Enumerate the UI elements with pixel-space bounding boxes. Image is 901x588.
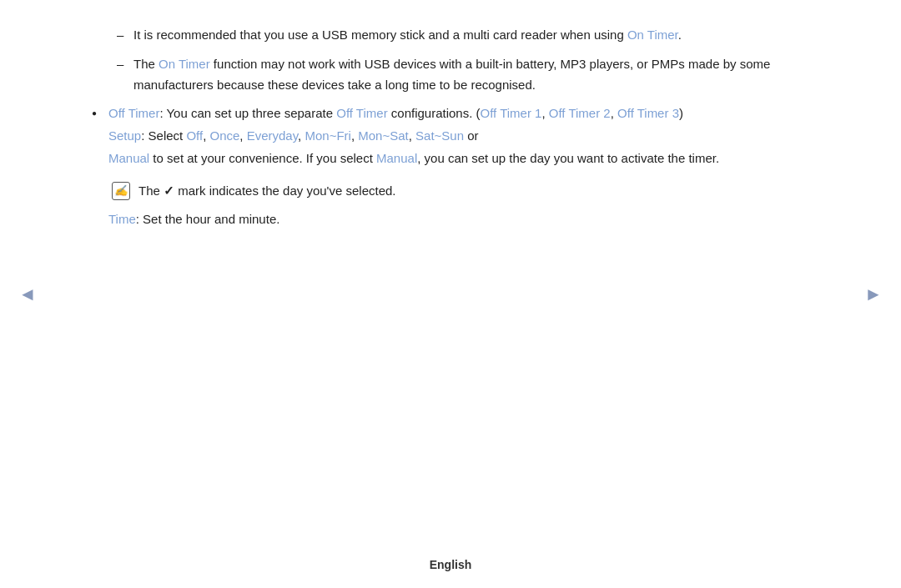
note-text-before: The xyxy=(138,183,164,198)
off-timer-1-link[interactable]: Off Timer 1 xyxy=(481,106,542,120)
satson-link[interactable]: Sat~Sun xyxy=(415,128,464,143)
everyday-link[interactable]: Everyday xyxy=(247,128,298,143)
note-text: The ✓ mark indicates the day you've sele… xyxy=(138,181,396,202)
page-container: It is recommended that you use a USB mem… xyxy=(0,0,901,588)
off-link[interactable]: Off xyxy=(186,128,203,143)
content-area: It is recommended that you use a USB mem… xyxy=(92,25,809,230)
main-bullet-item-off-timer: Off Timer: You can set up three separate… xyxy=(92,103,809,230)
monfri-link[interactable]: Mon~Fri xyxy=(305,128,350,143)
off-timer-comma2: , xyxy=(611,106,617,120)
on-timer-link-1[interactable]: On Timer xyxy=(627,28,678,42)
setup-text1: : Select xyxy=(141,128,186,143)
setup-comma2: , xyxy=(239,128,246,143)
sub-bullet-2-text-after: function may not work with USB devices w… xyxy=(133,57,770,92)
off-timer-block: Off Timer: You can set up three separate… xyxy=(108,103,809,230)
manual-link-2[interactable]: Manual xyxy=(376,151,417,165)
setup-text7: or xyxy=(464,128,479,143)
sub-bullet-2-text-before: The xyxy=(133,57,159,71)
setup-comma5: , xyxy=(409,128,415,143)
sub-bullet-item-2: The On Timer function may not work with … xyxy=(117,54,809,96)
manual-line: Manual to set at your convenience. If yo… xyxy=(108,148,809,169)
footer-language: English xyxy=(430,558,472,571)
off-timer-text1: : You can set up three separate xyxy=(159,106,336,120)
checkmark-symbol: ✓ xyxy=(164,183,174,198)
on-timer-link-2[interactable]: On Timer xyxy=(159,57,210,71)
note-icon: ✍ xyxy=(112,182,130,200)
off-timer-comma1: , xyxy=(541,106,548,120)
sub-bullet-item-1: It is recommended that you use a USB mem… xyxy=(117,25,809,46)
setup-comma4: , xyxy=(351,128,358,143)
note-icon-symbol: ✍ xyxy=(114,182,128,199)
manual-link-1[interactable]: Manual xyxy=(108,151,149,165)
off-timer-text2: configurations. ( xyxy=(388,106,481,120)
time-text: : Set the hour and minute. xyxy=(136,212,280,226)
off-timer-close-paren: ) xyxy=(679,106,683,120)
off-timer-link-2[interactable]: Off Timer xyxy=(336,106,387,120)
off-timer-link-main[interactable]: Off Timer xyxy=(108,106,159,120)
sub-bullet-list: It is recommended that you use a USB mem… xyxy=(117,25,809,95)
time-line: Time: Set the hour and minute. xyxy=(108,209,809,230)
footer: English xyxy=(0,558,901,571)
note-text-after: mark indicates the day you've selected. xyxy=(174,183,396,198)
manual-text2: , you can set up the day you want to act… xyxy=(417,151,719,165)
off-timer-line-1: Off Timer: You can set up three separate… xyxy=(108,103,809,124)
off-timer-3-link[interactable]: Off Timer 3 xyxy=(617,106,679,120)
sub-bullet-1-text-before: It is recommended that you use a USB mem… xyxy=(133,28,627,42)
manual-text1: to set at your convenience. If you selec… xyxy=(149,151,376,165)
sub-bullet-1-text-after: . xyxy=(678,28,682,42)
time-link[interactable]: Time xyxy=(108,212,136,226)
note-row: ✍ The ✓ mark indicates the day you've se… xyxy=(108,181,809,202)
off-timer-2-link[interactable]: Off Timer 2 xyxy=(549,106,611,120)
setup-link[interactable]: Setup xyxy=(108,128,141,143)
monsat-link[interactable]: Mon~Sat xyxy=(358,128,408,143)
once-link[interactable]: Once xyxy=(209,128,239,143)
setup-line: Setup: Select Off, Once, Everyday, Mon~F… xyxy=(108,126,809,147)
main-bullet-list: Off Timer: You can set up three separate… xyxy=(92,103,809,230)
